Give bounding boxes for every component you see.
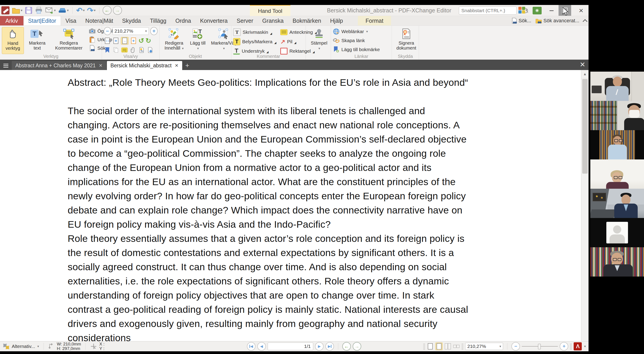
menu-arkiv[interactable]: Arkiv <box>0 16 24 25</box>
group-label-skydda: Skydda <box>392 54 419 59</box>
participant-video-5[interactable] <box>590 189 644 218</box>
participant-video-7[interactable] <box>590 247 644 277</box>
sign-document-button[interactable]: Signera dokument <box>394 27 419 54</box>
zoom-in-button[interactable]: + <box>560 342 568 351</box>
scan-button[interactable]: ▾ <box>58 6 69 15</box>
document-tab-2[interactable]: Bersick Michalski_abstract ✕ <box>107 61 182 70</box>
highlight-button[interactable]: TBelys/Markera◢ <box>233 38 276 45</box>
weblinks-button[interactable]: Weblänkar ▾ <box>333 28 380 35</box>
close-button[interactable]: × <box>576 5 587 16</box>
close-tab-icon[interactable]: ✕ <box>99 63 102 68</box>
previous-page-button[interactable]: ◀ <box>257 342 266 351</box>
document-view[interactable]: Abstract: „Role Theory Meets Geo-politic… <box>0 70 588 341</box>
advanced-search-button[interactable]: Sök avancerat... <box>535 18 579 24</box>
new-tab-button[interactable]: + <box>183 61 192 70</box>
edit-content-button[interactable]: T≡ Redigera Innehåll ▾ <box>162 27 187 54</box>
underline-button[interactable]: TUnderstryk◢ <box>233 48 276 54</box>
bookmark-panel-button[interactable] <box>104 46 111 54</box>
pdf-page-content: Abstract: „Role Theory Meets Geo-politic… <box>68 75 521 341</box>
stamp-button[interactable]: Stämpel▾ <box>308 27 330 54</box>
edit-comments-button[interactable]: Redigera Kommentarer <box>50 27 87 54</box>
previous-view-button[interactable]: ← <box>102 6 112 15</box>
quickstart-search[interactable] <box>459 6 516 15</box>
add-content-button[interactable]: T Lägg till ▾ <box>188 27 207 54</box>
customize-toolbar-button[interactable]: ▾ <box>518 7 528 13</box>
scroll-up-icon[interactable]: ▲ <box>581 70 588 78</box>
open-file-button[interactable]: ▾ <box>11 6 23 15</box>
print-button[interactable] <box>34 6 43 15</box>
ribbon-group-visavy: − 210,27%▾ + 1:1 ✥ ↔ ✥ ↺ ↻ T≡ <box>102 26 160 59</box>
undo-button[interactable]: ↶▾ <box>76 6 85 15</box>
save-button[interactable] <box>24 6 33 15</box>
content-panel-button[interactable]: T≡ <box>138 46 145 54</box>
participant-video-2[interactable] <box>590 101 644 130</box>
hand-tool-button[interactable]: Hand verktyg <box>2 27 24 54</box>
menu-konvertera[interactable]: Konvertera <box>196 16 232 25</box>
typewriter-button[interactable]: TSkrivmaskin◢ <box>233 28 276 36</box>
fit-visible-button[interactable]: ✥ <box>130 37 137 44</box>
menu-tillagg[interactable]: Tillägg <box>146 16 171 25</box>
app-icon[interactable] <box>1 6 10 15</box>
quickstart-input[interactable] <box>461 8 523 13</box>
next-page-button[interactable]: ▶ <box>315 342 324 351</box>
zoom-level-combo[interactable]: 210,27%▾ <box>112 27 149 35</box>
fit-width-button[interactable]: ↔ <box>121 37 128 45</box>
scrollbar-thumb[interactable] <box>582 79 588 174</box>
participant-video-4[interactable] <box>590 160 644 189</box>
zoom-slider[interactable] <box>522 346 558 347</box>
menu-skydda[interactable]: Skydda <box>118 16 146 25</box>
actual-size-button[interactable]: 1:1 <box>104 37 111 44</box>
adobe-reader-icon[interactable]: Λ <box>574 342 582 351</box>
close-tab-icon[interactable]: ✕ <box>175 63 178 68</box>
comments-panel-button[interactable] <box>121 46 128 54</box>
menu-visa[interactable]: Visa <box>61 16 81 25</box>
zoom-out-button[interactable]: − <box>512 342 520 351</box>
zoom-out-button[interactable]: − <box>104 27 111 35</box>
last-page-button[interactable]: ▶ <box>326 342 334 351</box>
participant-video-6[interactable] <box>590 218 644 247</box>
select-text-button[interactable]: T Markera text <box>26 27 49 54</box>
menu-server[interactable]: Server <box>232 16 258 25</box>
document-tab-1[interactable]: Abstract Anna + Charles May 2021 ✕ <box>12 61 106 70</box>
options-button[interactable]: Alternativ... ▾ <box>2 343 39 350</box>
next-view-button[interactable]: → <box>353 342 361 351</box>
zoom-level-combo[interactable]: 210,27%▾ <box>465 343 503 350</box>
zoom-slider-knob[interactable] <box>538 344 541 349</box>
zoom-in-button[interactable]: + <box>150 27 158 35</box>
two-page-layout-button[interactable] <box>444 343 451 350</box>
search-menu-button[interactable]: Sök... <box>512 17 531 24</box>
email-button[interactable]: ▾ <box>45 6 56 15</box>
pages-panel-button[interactable] <box>112 46 120 54</box>
properties-panel-button[interactable] <box>146 46 154 54</box>
fullscreen-button[interactable]: ✳ <box>532 7 542 14</box>
attachments-panel-button[interactable] <box>130 46 137 54</box>
single-page-layout-button[interactable] <box>427 343 434 350</box>
close-tab-bar-icon[interactable]: ✕ <box>580 61 585 68</box>
participant-video-3[interactable] <box>590 130 644 160</box>
first-page-button[interactable]: ◀ <box>247 342 256 351</box>
menu-hjalp[interactable]: Hjälp <box>326 16 348 25</box>
grid-layout-button[interactable] <box>453 343 460 350</box>
menu-format[interactable]: Format <box>358 16 391 25</box>
minimize-button[interactable] <box>548 7 556 14</box>
next-view-button[interactable]: → <box>113 6 122 15</box>
menu-ordna[interactable]: Ordna <box>171 16 196 25</box>
add-bookmark-button[interactable]: Lägg till bokmärke <box>333 46 380 53</box>
collapse-ribbon-icon[interactable] <box>583 19 588 24</box>
menu-start-editor[interactable]: Start|Editor <box>24 16 61 25</box>
menu-granska[interactable]: Granska <box>258 16 288 25</box>
hand-tool-indicator[interactable]: Hand Tool <box>250 5 290 16</box>
rotate-cw-icon[interactable]: ↻ <box>146 37 151 44</box>
menu-bokmarken[interactable]: Bokmärken <box>288 16 326 25</box>
previous-view-button[interactable]: ← <box>342 342 351 351</box>
redo-button[interactable]: ↷▾ <box>86 6 96 15</box>
create-link-button[interactable]: Skapa länk <box>333 37 380 44</box>
rotate-ccw-icon[interactable]: ↺ <box>138 37 144 44</box>
page-number-field[interactable]: 1/1 <box>268 343 313 350</box>
menu-notera-mat[interactable]: Notera|Mät <box>81 16 118 25</box>
tab-list-menu-button[interactable] <box>0 61 12 70</box>
fit-page-button[interactable]: ✥ <box>112 37 120 44</box>
continuous-layout-button[interactable] <box>436 343 443 350</box>
vertical-scrollbar[interactable]: ▲ <box>581 70 588 341</box>
participant-video-1[interactable] <box>590 72 644 101</box>
